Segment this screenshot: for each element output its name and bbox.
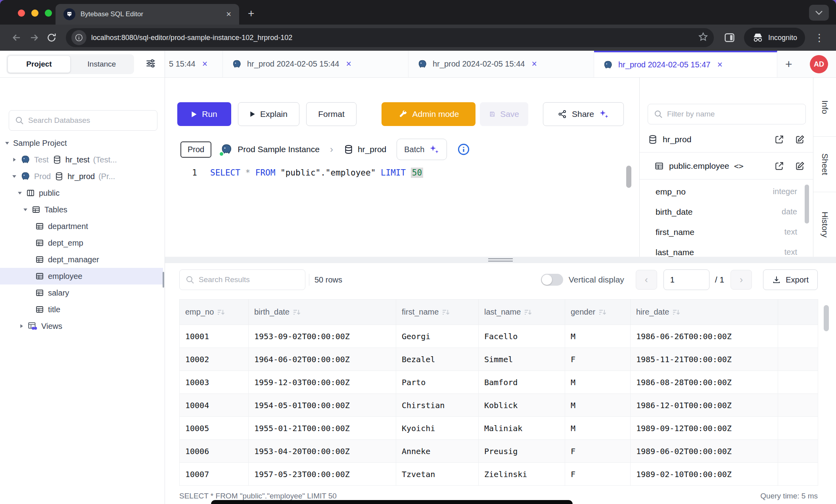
results-resize-divider[interactable] xyxy=(165,257,836,263)
column-header[interactable]: gender xyxy=(565,300,631,325)
save-button[interactable]: Save xyxy=(480,102,528,126)
table-cell[interactable]: Maliniak xyxy=(479,417,565,440)
table-row[interactable]: 100021964-06-02T00:00:00ZBezalelSimmelF1… xyxy=(180,348,818,371)
caret-down-icon[interactable] xyxy=(5,141,10,145)
column-row[interactable]: birth_date date xyxy=(656,202,797,222)
table-cell[interactable]: 10002 xyxy=(180,348,249,371)
filter-settings-button[interactable] xyxy=(145,58,156,71)
side-panel-button[interactable] xyxy=(721,29,738,46)
edit-icon[interactable] xyxy=(795,161,805,171)
explain-button[interactable]: Explain xyxy=(238,102,299,126)
table-cell[interactable]: 10006 xyxy=(180,440,249,463)
table-cell[interactable]: M xyxy=(565,371,631,394)
format-button[interactable]: Format xyxy=(306,102,357,126)
editor-tab-3[interactable]: hr_prod 2024-02-05 15:44 × xyxy=(408,51,594,77)
external-link-icon[interactable] xyxy=(774,161,784,171)
caret-right-icon[interactable] xyxy=(19,324,24,328)
table-cell[interactable]: F xyxy=(565,463,631,486)
close-tab-icon[interactable]: × xyxy=(531,59,537,69)
tree-item-hr-test[interactable]: Test hr_test (Test... xyxy=(0,151,163,168)
close-tab-icon[interactable]: × xyxy=(346,59,351,69)
table-cell[interactable]: 1953-04-20T00:00:00Z xyxy=(249,440,396,463)
table-row[interactable]: 100061953-04-20T00:00:00ZAnnekePreusigF1… xyxy=(180,440,818,463)
table-cell[interactable]: 1986-12-01T00:00:00Z xyxy=(631,394,778,417)
tab-search-button[interactable] xyxy=(809,5,829,21)
address-bar[interactable]: localhost:8080/sql-editor/prod-sample-in… xyxy=(66,28,714,47)
export-button[interactable]: Export xyxy=(763,269,818,290)
database-search[interactable]: Search Databases xyxy=(9,110,157,131)
tree-item-table-dept-manager[interactable]: dept_manager xyxy=(0,251,163,268)
instance-name[interactable]: Prod Sample Instance xyxy=(238,145,320,154)
tree-item-table-department[interactable]: department xyxy=(0,218,163,235)
tree-item-schema-public[interactable]: public xyxy=(0,185,163,201)
table-cell[interactable]: F xyxy=(565,440,631,463)
tab-info[interactable]: Info xyxy=(813,78,836,137)
table-cell[interactable]: Georgi xyxy=(396,325,479,348)
editor-tab-1[interactable]: 5 15:44 × xyxy=(165,51,223,77)
table-cell[interactable]: 10003 xyxy=(180,371,249,394)
table-cell[interactable]: Koblick xyxy=(479,394,565,417)
table-cell[interactable]: 1957-05-23T00:00:00Z xyxy=(249,463,396,486)
page-input[interactable] xyxy=(663,269,709,290)
table-cell[interactable]: M xyxy=(565,394,631,417)
table-cell[interactable]: 1964-06-02T00:00:00Z xyxy=(249,348,396,371)
new-query-tab-button[interactable]: + xyxy=(785,57,792,71)
editor-scrollbar[interactable] xyxy=(626,166,631,188)
tree-item-hr-prod[interactable]: Prod hr_prod (Pr... xyxy=(0,168,163,185)
table-cell[interactable]: 1989-02-10T00:00:00Z xyxy=(631,463,778,486)
table-cell[interactable]: Preusig xyxy=(479,440,565,463)
table-cell[interactable]: 10004 xyxy=(180,394,249,417)
tree-item-project[interactable]: Sample Project xyxy=(0,135,163,151)
table-cell[interactable]: 10005 xyxy=(180,417,249,440)
results-search-input[interactable]: Search Results xyxy=(179,269,305,290)
tree-item-table-title[interactable]: title xyxy=(0,301,163,318)
table-row[interactable]: 100011953-09-02T00:00:00ZGeorgiFacelloM1… xyxy=(180,325,818,348)
table-cell[interactable]: 1986-08-28T00:00:00Z xyxy=(631,371,778,394)
browser-tab[interactable]: Bytebase SQL Editor × xyxy=(56,4,239,25)
caret-down-icon[interactable] xyxy=(17,191,22,195)
schema-table-row[interactable]: public.employee <> xyxy=(654,156,805,176)
table-cell[interactable]: 1989-06-02T00:00:00Z xyxy=(631,440,778,463)
zoom-window-button[interactable] xyxy=(45,10,52,17)
database-name[interactable]: hr_prod xyxy=(358,145,386,154)
close-tab-icon[interactable]: × xyxy=(202,59,207,69)
external-link-icon[interactable] xyxy=(774,134,784,145)
edit-icon[interactable] xyxy=(795,134,805,145)
sql-editor-line[interactable]: 1 SELECT * FROM "public"."employee" LIMI… xyxy=(165,164,639,181)
tab-history[interactable]: History xyxy=(813,192,836,257)
user-avatar[interactable]: AD xyxy=(810,55,828,73)
back-button[interactable] xyxy=(8,29,25,46)
prev-page-button[interactable]: ‹ xyxy=(636,270,657,290)
table-row[interactable]: 100041954-05-01T00:00:00ZChirstianKoblic… xyxy=(180,394,818,417)
caret-right-icon[interactable] xyxy=(12,157,17,162)
table-cell[interactable]: 1986-06-26T00:00:00Z xyxy=(631,325,778,348)
table-cell[interactable]: 10007 xyxy=(180,463,249,486)
batch-button[interactable]: Batch xyxy=(397,139,447,160)
drag-handle-icon[interactable] xyxy=(488,258,513,263)
table-cell[interactable]: 1953-09-02T00:00:00Z xyxy=(249,325,396,348)
table-cell[interactable]: Bezalel xyxy=(396,348,479,371)
site-info-button[interactable] xyxy=(71,30,86,45)
table-cell[interactable]: Bamford xyxy=(479,371,565,394)
table-cell[interactable]: Chirstian xyxy=(396,394,479,417)
column-header[interactable]: emp_no xyxy=(180,300,249,325)
tree-item-tables-group[interactable]: Tables xyxy=(0,201,163,218)
table-cell[interactable]: Kyoichi xyxy=(396,417,479,440)
bookmark-star-icon[interactable] xyxy=(698,32,708,44)
tree-item-table-dept-emp[interactable]: dept_emp xyxy=(0,235,163,251)
column-header[interactable]: hire_date xyxy=(631,300,778,325)
table-cell[interactable]: Anneke xyxy=(396,440,479,463)
table-cell[interactable]: Facello xyxy=(479,325,565,348)
tree-item-views-group[interactable]: Views xyxy=(0,318,163,334)
code-icon[interactable]: <> xyxy=(734,161,744,171)
table-cell[interactable]: Zielinski xyxy=(479,463,565,486)
table-row[interactable]: 100051955-01-21T00:00:00ZKyoichiMaliniak… xyxy=(180,417,818,440)
column-row[interactable]: emp_no integer xyxy=(656,181,797,202)
column-header[interactable]: last_name xyxy=(479,300,565,325)
tree-item-table-employee[interactable]: employee xyxy=(0,268,163,284)
table-cell[interactable]: F xyxy=(565,348,631,371)
url-text[interactable]: localhost:8080/sql-editor/prod-sample-in… xyxy=(91,34,694,42)
column-header[interactable]: birth_date xyxy=(249,300,396,325)
reload-button[interactable] xyxy=(43,29,60,46)
table-cell[interactable]: 1954-05-01T00:00:00Z xyxy=(249,394,396,417)
